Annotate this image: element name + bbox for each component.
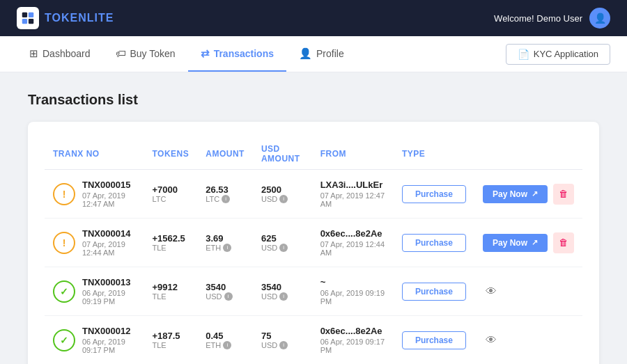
tx-date: 07 Apr, 2019 12:44 AM [82, 240, 135, 257]
amount-value: 0.45 [206, 331, 245, 341]
purchase-button[interactable]: Purchase [402, 185, 466, 203]
external-link-icon: ↗ [532, 189, 538, 198]
actions-cell: Pay Now ↗ 🗑 [483, 184, 574, 205]
svg-rect-0 [22, 13, 27, 17]
amount-info-icon[interactable]: i [224, 292, 233, 301]
usd-info-icon[interactable]: i [279, 195, 288, 203]
nav-item-buy-token[interactable]: 🏷 Buy Token [103, 36, 188, 72]
from-date: 07 Apr, 2019 12:44 AM [320, 240, 385, 257]
page-title: Transactions list [28, 92, 599, 108]
welcome-text: Welcome! Demo User [494, 13, 582, 24]
purchase-button[interactable]: Purchase [402, 234, 466, 252]
col-type: TYPE [394, 139, 474, 170]
token-value: +1562.5 [152, 233, 189, 244]
tx-no-col: ! TNX000014 07 Apr, 2019 12:44 AM [53, 228, 135, 257]
amount-value: 3.69 [206, 233, 245, 244]
header-user: Welcome! Demo User 👤 [494, 8, 610, 29]
usd-info-icon[interactable]: i [279, 341, 288, 349]
kyc-icon: 📄 [518, 49, 529, 60]
grid-icon: ⊞ [29, 47, 38, 60]
tx-id: TNX000012 [82, 326, 135, 336]
amount-info-icon[interactable]: i [223, 244, 231, 252]
svg-rect-3 [29, 19, 33, 24]
kyc-button[interactable]: 📄 KYC Application [506, 44, 610, 65]
svg-rect-1 [29, 13, 33, 17]
status-icon-success: ✓ [53, 329, 75, 351]
token-type: LTC [152, 195, 189, 203]
tag-icon: 🏷 [116, 47, 126, 59]
logo-icon [17, 7, 39, 29]
tx-no-col: ✓ TNX000013 06 Apr, 2019 09:19 PM [53, 277, 135, 306]
amount-info-icon[interactable]: i [222, 195, 230, 203]
usd-sub: USD i [261, 341, 304, 349]
actions-cell: Pay Now ↗ 🗑 [483, 232, 574, 253]
actions-cell: 👁 [483, 283, 574, 301]
trash-icon: 🗑 [559, 189, 568, 199]
purchase-button[interactable]: Purchase [402, 283, 466, 301]
view-button[interactable]: 👁 [483, 331, 500, 349]
external-link-icon: ↗ [532, 238, 538, 247]
user-avatar[interactable]: 👤 [589, 8, 610, 29]
tx-id: TNX000015 [82, 180, 135, 190]
pay-now-button[interactable]: Pay Now ↗ [483, 234, 548, 252]
delete-button[interactable]: 🗑 [553, 184, 574, 205]
purchase-button[interactable]: Purchase [402, 331, 466, 349]
status-icon-pending: ! [53, 183, 75, 205]
from-address: ~ [320, 277, 385, 287]
tx-no-col: ! TNX000015 07 Apr, 2019 12:47 AM [53, 180, 135, 208]
amount-info-icon[interactable]: i [223, 341, 231, 349]
tx-date: 06 Apr, 2019 09:19 PM [82, 289, 135, 306]
col-tranx-no: TRANX NO [45, 139, 144, 170]
col-usd-amount: USD AMOUNT [253, 139, 312, 170]
header: TOKENLITE Welcome! Demo User 👤 [0, 0, 627, 36]
tx-date: 07 Apr, 2019 12:47 AM [82, 191, 135, 208]
table-row: ! TNX000015 07 Apr, 2019 12:47 AM +7000 … [45, 170, 582, 219]
table-row: ✓ TNX000012 06 Apr, 2019 09:17 PM +187.5… [45, 316, 582, 365]
status-icon-success: ✓ [53, 280, 75, 303]
user-icon: 👤 [299, 47, 312, 60]
eye-icon: 👁 [486, 334, 497, 346]
nav-item-profile[interactable]: 👤 Profile [286, 36, 357, 72]
amount-sub: USD i [206, 292, 245, 301]
tx-no-col: ✓ TNX000012 06 Apr, 2019 09:17 PM [53, 326, 135, 354]
table-row: ✓ TNX000013 06 Apr, 2019 09:19 PM +9912 … [45, 267, 582, 316]
usd-sub: USD i [261, 244, 304, 252]
tx-date: 06 Apr, 2019 09:17 PM [82, 338, 135, 354]
nav-items: ⊞ Dashboard 🏷 Buy Token ⇄ Transactions 👤… [17, 36, 357, 72]
token-value: +9912 [152, 282, 189, 292]
arrows-icon: ⇄ [201, 47, 210, 60]
amount-sub: LTC i [206, 195, 245, 203]
tx-id: TNX000013 [82, 277, 135, 287]
delete-button[interactable]: 🗑 [553, 232, 574, 253]
amount-value: 26.53 [206, 184, 245, 195]
token-type: TLE [152, 292, 189, 301]
trash-icon: 🗑 [559, 237, 568, 248]
actions-cell: 👁 [483, 331, 574, 349]
nav-item-dashboard[interactable]: ⊞ Dashboard [17, 36, 103, 72]
nav-item-transactions[interactable]: ⇄ Transactions [188, 36, 286, 72]
from-date: 06 Apr, 2019 09:19 PM [320, 289, 385, 306]
amount-sub: ETH i [206, 244, 245, 252]
token-value: +7000 [152, 184, 189, 195]
pay-now-button[interactable]: Pay Now ↗ [483, 185, 548, 203]
table-row: ! TNX000014 07 Apr, 2019 12:44 AM +1562.… [45, 219, 582, 267]
col-tokens: TOKENS [144, 139, 197, 170]
usd-amount-value: 3540 [261, 282, 304, 292]
table-header-row: TRANX NO TOKENS AMOUNT USD AMOUNT FROM T… [45, 139, 582, 170]
from-address: LXA3i....ULkEr [320, 180, 385, 190]
view-button[interactable]: 👁 [483, 283, 500, 301]
status-icon-pending: ! [53, 232, 75, 254]
usd-sub: USD i [261, 292, 304, 301]
usd-info-icon[interactable]: i [279, 244, 288, 252]
transactions-table: TRANX NO TOKENS AMOUNT USD AMOUNT FROM T… [45, 139, 582, 364]
table-card: TRANX NO TOKENS AMOUNT USD AMOUNT FROM T… [28, 122, 599, 364]
amount-value: 3540 [206, 282, 245, 292]
token-type: TLE [152, 341, 189, 349]
from-address: 0x6ec....8e2Ae [320, 228, 385, 239]
logo: TOKENLITE [17, 7, 114, 29]
tx-id: TNX000014 [82, 228, 135, 239]
main-content: Transactions list TRANX NO TOKENS AMOUNT… [0, 72, 627, 364]
token-type: TLE [152, 244, 189, 252]
usd-info-icon[interactable]: i [279, 292, 288, 301]
usd-amount-value: 625 [261, 233, 304, 244]
